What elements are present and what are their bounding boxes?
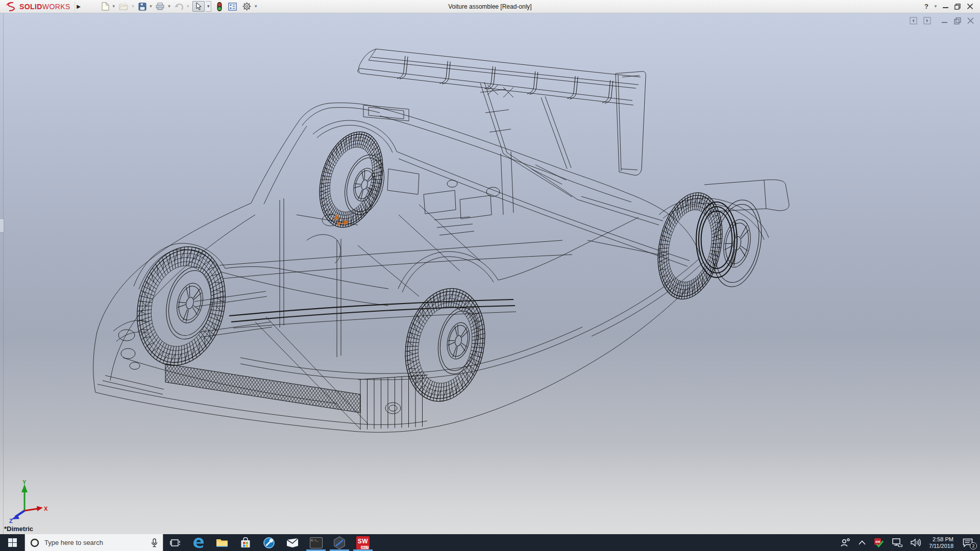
task-pane-list-icon xyxy=(228,3,237,11)
solidworks-app-button[interactable]: SW 2017 xyxy=(351,534,375,551)
solidworks-2017-icon: SW 2017 xyxy=(356,536,370,549)
triad-y-label: Y xyxy=(22,479,27,485)
close-icon xyxy=(967,4,973,9)
task-pane-button[interactable] xyxy=(228,1,237,12)
task-view-button[interactable] xyxy=(163,534,187,551)
triad-z-axis: Z xyxy=(9,511,24,523)
solidworks-resource-monitor[interactable]: sw xyxy=(870,534,888,551)
minimize-button[interactable] xyxy=(939,1,951,12)
mail-envelope-icon xyxy=(286,538,299,548)
select-tool-button[interactable] xyxy=(192,1,205,12)
restore-button[interactable] xyxy=(951,1,964,12)
orientation-triad: Y X Z xyxy=(5,479,49,523)
sw-icon-text: SW xyxy=(358,538,368,545)
edge-browser-button[interactable] xyxy=(187,534,210,551)
action-center-button[interactable]: 2 xyxy=(958,534,978,551)
doc-next-window-button[interactable] xyxy=(923,17,931,24)
open-folder-icon xyxy=(119,3,129,10)
microsoft-store-button[interactable] xyxy=(234,534,257,551)
wireframe-car-model[interactable] xyxy=(0,13,980,534)
help-button[interactable]: ? xyxy=(920,1,933,12)
system-tray: sw 2:58 PM 7/11/2018 xyxy=(837,534,980,551)
document-window-controls xyxy=(910,17,974,24)
save-floppy-icon xyxy=(138,3,146,11)
clock[interactable]: 2:58 PM 7/11/2018 xyxy=(925,536,958,549)
cad-hexagon-app-button[interactable] xyxy=(328,534,351,551)
network-tray-button[interactable] xyxy=(888,534,906,551)
clock-time: 2:58 PM xyxy=(929,536,953,543)
menu-expander-arrow[interactable]: ▶ xyxy=(75,2,83,12)
command-prompt-icon: C:\_ xyxy=(310,537,323,548)
chevron-up-icon xyxy=(859,540,866,545)
brand-wordmark: SOLIDWORKS xyxy=(19,3,70,11)
select-caret-icon[interactable]: ▼ xyxy=(206,1,211,12)
print-icon xyxy=(156,3,164,10)
restore-icon xyxy=(954,4,961,10)
people-icon xyxy=(841,538,850,547)
window-controls: ? ▼ xyxy=(920,1,980,12)
doc-prev-window-button[interactable] xyxy=(910,17,917,24)
sw-check-tray-icon: sw xyxy=(874,538,884,548)
triad-x-axis: X xyxy=(24,506,48,512)
wrench-circle-icon xyxy=(263,537,275,549)
undo-arrow-icon xyxy=(174,3,183,10)
select-cursor-icon xyxy=(195,3,202,10)
new-doc-caret-icon[interactable]: ▼ xyxy=(112,4,116,9)
command-prompt-button[interactable]: C:\_ xyxy=(304,534,328,551)
search-placeholder: Type here to search xyxy=(44,539,146,546)
new-document-icon xyxy=(102,2,109,11)
undo-button[interactable] xyxy=(174,1,184,12)
options-caret-icon[interactable]: ▼ xyxy=(254,4,258,9)
speaker-icon xyxy=(911,538,921,547)
triad-y-axis: Y xyxy=(21,479,28,511)
close-button[interactable] xyxy=(964,1,976,12)
quick-access-toolbar: ▼ ▼ ▼ ▼ xyxy=(101,0,260,13)
brand-works: WORKS xyxy=(42,3,70,11)
new-document-button[interactable] xyxy=(101,1,110,12)
help-caret-icon[interactable]: ▼ xyxy=(934,4,938,9)
network-icon xyxy=(892,538,902,547)
task-view-icon xyxy=(170,538,180,547)
view-orientation-label: *Dimetric xyxy=(4,525,33,533)
rebuild-stoplight-button[interactable] xyxy=(216,1,223,12)
solidworks-logo-icon xyxy=(6,2,17,11)
microphone-icon[interactable] xyxy=(151,538,158,547)
triad-z-label: Z xyxy=(9,518,13,523)
open-caret-icon[interactable]: ▼ xyxy=(131,4,135,9)
sw-icon-year: 2017 xyxy=(361,546,369,549)
mail-button[interactable] xyxy=(281,534,304,551)
clock-date: 7/11/2018 xyxy=(929,543,953,549)
undo-caret-icon[interactable]: ▼ xyxy=(186,4,190,9)
doc-minimize-button[interactable] xyxy=(941,17,948,24)
windows-taskbar: Type here to search xyxy=(0,534,980,551)
people-button[interactable] xyxy=(837,534,854,551)
doc-restore-button[interactable] xyxy=(954,17,961,24)
hexagon-app-icon xyxy=(333,536,346,549)
doc-close-button[interactable] xyxy=(967,17,974,24)
notification-count-badge: 2 xyxy=(970,542,977,549)
print-button[interactable] xyxy=(155,1,165,12)
taskbar-search-box[interactable]: Type here to search xyxy=(24,534,163,551)
save-button[interactable] xyxy=(138,1,147,12)
store-icon xyxy=(240,537,251,548)
save-caret-icon[interactable]: ▼ xyxy=(149,4,153,9)
cortana-icon xyxy=(30,538,39,547)
solidworks-brand: SOLIDWORKS ▶ xyxy=(0,0,88,13)
start-button[interactable] xyxy=(0,534,24,551)
windows-logo-icon xyxy=(8,538,17,547)
stoplight-icon xyxy=(217,2,222,11)
graphics-viewport[interactable]: Y X Z *Dimetric xyxy=(0,13,980,534)
feature-panel-tab[interactable] xyxy=(0,218,4,233)
options-button[interactable] xyxy=(242,1,252,12)
tray-overflow-button[interactable] xyxy=(854,534,870,551)
minimize-icon xyxy=(943,4,948,9)
svg-text:sw: sw xyxy=(875,540,880,543)
open-button[interactable] xyxy=(118,1,129,12)
feature-panel-splitter[interactable] xyxy=(3,13,4,534)
gear-icon xyxy=(242,2,251,11)
file-explorer-icon xyxy=(216,538,228,548)
volume-tray-button[interactable] xyxy=(906,534,925,551)
print-caret-icon[interactable]: ▼ xyxy=(167,4,171,9)
quick-assist-button[interactable] xyxy=(257,534,281,551)
file-explorer-button[interactable] xyxy=(210,534,234,551)
